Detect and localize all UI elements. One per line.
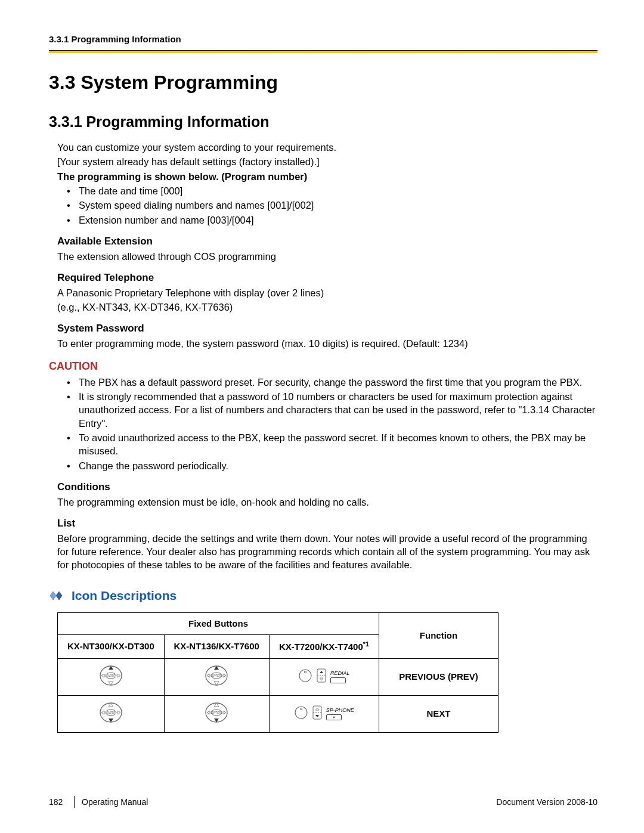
conditions-head: Conditions [57,481,597,494]
caution-label: CAUTION [49,359,597,373]
svg-marker-1 [56,592,62,600]
svg-text:ENTER: ENTER [212,711,222,714]
cell-nav-up-1: ENTER [58,658,165,695]
cell-fn-prev: PREVIOUS (PREV) [379,658,499,695]
th-fixed-buttons: Fixed Buttons [58,613,379,635]
table-row: ENTER ENTER [58,695,499,732]
list-head: List [57,517,597,531]
svg-marker-32 [214,719,219,722]
svg-marker-0 [50,592,56,600]
intro-bullets: The date and time [000] System speed dia… [57,184,597,227]
redial-label: REDIAL [330,671,350,676]
intro-bullet-1: The date and time [000] [57,184,597,197]
svg-point-42 [333,717,335,719]
svg-marker-26 [109,703,113,707]
icon-descriptions-title: Icon Descriptions [72,587,177,604]
navigator-up-icon: ENTER [203,664,230,690]
conditions-block: Conditions The programming extension mus… [57,481,597,572]
available-extension-body: The extension allowed through COS progra… [57,250,597,263]
jog-dial-icon [294,705,308,723]
intro-bullet-2: System speed dialing numbers and names [… [57,199,597,212]
svg-marker-25 [109,719,113,722]
list-body: Before programming, decide the settings … [57,532,597,572]
redial-button-icon [330,677,346,683]
required-telephone-head: Required Telephone [57,271,597,285]
page-number: 182 [49,797,74,808]
icon-description-table: Fixed Buttons Function KX-NT300/KX-DT300… [57,612,499,733]
svg-marker-8 [117,674,120,677]
navigator-down-icon: ENTER [203,701,230,727]
intro-line-1: You can customize your system according … [57,141,597,154]
svg-marker-33 [214,703,219,707]
available-extension-head: Available Extension [57,235,597,249]
system-password-body: To enter programming mode, the system pa… [57,337,597,350]
double-diamond-icon [49,590,66,601]
svg-marker-35 [223,711,226,714]
jog-dial-icon [298,668,312,686]
system-password-head: System Password [57,322,597,336]
conditions-body: The programming extension must be idle, … [57,496,597,509]
navigator-up-icon: ENTER [98,664,124,690]
th-col1: KX-NT300/KX-DT300 [58,635,165,658]
required-telephone-l2: (e.g., KX-NT343, KX-DT346, KX-T7636) [57,301,597,314]
th-col3-sup: *1 [363,640,369,648]
svg-point-37 [300,708,302,710]
intro-line-3: The programming is shown below. (Program… [57,170,597,183]
spphone-label: SP-PHONE [326,708,354,713]
caution-bullet-1: The PBX has a default password preset. F… [57,376,597,389]
svg-text:ENTER: ENTER [106,711,116,714]
svg-point-16 [299,670,311,682]
document-version: Document Version 2008-10 [496,797,597,808]
svg-marker-41 [315,708,319,710]
th-col3-text: KX-T7200/KX-T7400 [279,642,363,652]
manual-title: Operating Manual [82,797,148,808]
svg-point-17 [304,671,306,673]
caution-bullet-2: It is strongly recommended that a passwo… [57,390,597,430]
svg-marker-40 [315,715,319,717]
cell-volume-spphone: SP-PHONE [269,695,379,732]
subsection-heading: 3.3.1 Programming Information [49,112,597,132]
running-header: 3.3.1 Programming Information [49,33,597,45]
intro-block: You can customize your system according … [57,141,597,350]
svg-marker-7 [101,674,104,677]
svg-text:ENTER: ENTER [106,674,116,677]
svg-marker-5 [109,666,113,670]
th-col3: KX-T7200/KX-T7400*1 [269,635,379,658]
th-function: Function [379,613,499,659]
footer-separator [74,796,75,808]
page: 3.3.1 Programming Information 3.3 System… [0,0,644,833]
cell-nav-up-2: ENTER [164,658,269,695]
svg-marker-15 [223,674,226,677]
svg-marker-12 [214,666,219,670]
svg-marker-27 [101,711,104,714]
svg-marker-21 [320,678,323,680]
svg-point-36 [295,707,307,719]
svg-marker-20 [320,671,323,673]
caution-bullet-3: To avoid unauthorized access to the PBX,… [57,431,597,458]
th-col2: KX-NT136/KX-T7600 [164,635,269,658]
spphone-button-icon [326,714,342,720]
svg-marker-6 [109,682,113,685]
svg-marker-34 [207,711,210,714]
navigator-down-icon: ENTER [98,701,124,727]
header-rule [49,50,597,53]
intro-bullet-3: Extension number and name [003]/[004] [57,213,597,227]
cell-fn-next: NEXT [379,695,499,732]
section-heading: 3.3 System Programming [49,70,597,95]
volume-rocker-icon [312,705,323,723]
cell-nav-down-1: ENTER [58,695,165,732]
svg-marker-14 [207,674,210,677]
page-footer: 182 Operating Manual Document Version 20… [49,796,597,808]
cell-nav-down-2: ENTER [164,695,269,732]
svg-marker-28 [117,711,120,714]
table-row: ENTER ENTER [58,658,499,695]
svg-marker-13 [214,682,219,685]
required-telephone-l1: A Panasonic Proprietary Telephone with d… [57,286,597,299]
caution-bullets: The PBX has a default password preset. F… [57,376,597,472]
volume-rocker-icon [316,668,327,686]
caution-bullet-4: Change the password periodically. [57,459,597,472]
icon-descriptions-heading: Icon Descriptions [49,587,597,604]
intro-line-2: [Your system already has default setting… [57,155,597,168]
svg-text:ENTER: ENTER [212,674,222,677]
cell-volume-redial: REDIAL [269,658,379,695]
